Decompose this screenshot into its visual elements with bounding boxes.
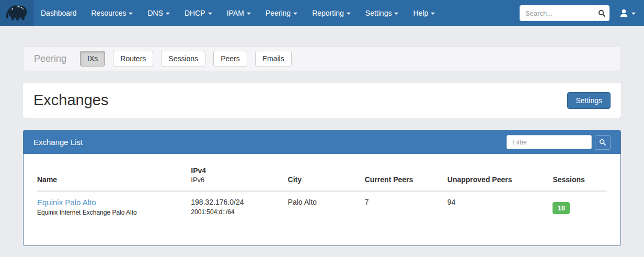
col-ipv4-label: IPv4 [191,166,284,175]
chevron-down-icon [247,13,251,15]
tab-ixs[interactable]: IXs [80,51,105,66]
exchange-full-name: Equinix Internet Exchange Palo Alto [37,209,188,216]
col-ipv6-label: IPv6 [191,176,284,184]
unapproved-peers-value: 94 [447,191,553,221]
col-name: Name [37,159,191,191]
exchange-table: Name IPv4 IPv6 City Current Peers Unappr… [37,159,607,221]
chevron-down-icon [431,13,435,15]
elephant-icon [5,4,29,23]
nav-resources[interactable]: Resources [84,0,141,26]
nav-label: Help [413,9,428,17]
provision-logo[interactable] [0,0,33,26]
table-header-row: Name IPv4 IPv6 City Current Peers Unappr… [37,159,607,191]
nav-label: Settings [365,9,392,17]
page-title: Exchanges [33,92,109,109]
chevron-down-icon [631,13,636,15]
search-icon [599,139,606,146]
user-menu[interactable] [617,8,638,18]
settings-button[interactable]: Settings [567,92,611,109]
nav-settings[interactable]: Settings [358,0,406,26]
chevron-down-icon [394,13,398,15]
tab-emails[interactable]: Emails [255,51,292,66]
exchange-name-link[interactable]: Equinix Palo Alto [37,198,96,207]
ipv6-value: 2001:504:d::/64 [191,208,284,216]
search-input[interactable] [520,5,594,21]
user-icon [619,8,629,18]
global-search [520,5,610,21]
chevron-down-icon [347,13,351,15]
nav-label: IPAM [227,9,244,17]
nav-dns[interactable]: DNS [140,0,177,26]
peering-section-label: Peering [34,53,66,64]
chevron-down-icon [293,13,297,15]
exchange-list-panel: Exchange List Name IPv4 IPv6 [23,130,621,246]
current-peers-value: 7 [365,191,447,221]
exchange-list-body: Name IPv4 IPv6 City Current Peers Unappr… [24,154,620,221]
nav-ipam[interactable]: IPAM [220,0,258,26]
nav-dhcp[interactable]: DHCP [177,0,220,26]
col-ip: IPv4 IPv6 [191,159,288,191]
search-icon [598,9,606,17]
nav-label: Peering [266,9,291,17]
nav-peering[interactable]: Peering [258,0,305,26]
nav-help[interactable]: Help [406,0,442,26]
nav-label: Dashboard [41,9,77,17]
page-header-panel: Exchanges Settings [23,83,621,118]
tab-routers[interactable]: Routers [113,51,153,66]
nav-label: Reporting [312,9,344,17]
chevron-down-icon [208,13,212,15]
panel-title: Exchange List [33,138,83,147]
main-container: Peering IXs Routers Sessions Peers Email… [23,46,621,246]
tab-sessions[interactable]: Sessions [161,51,205,66]
col-unapproved-peers: Unapproved Peers [447,159,553,191]
chevron-down-icon [129,13,133,15]
tab-peers[interactable]: Peers [213,51,247,66]
col-sessions: Sessions [553,159,607,191]
nav-label: DHCP [185,9,205,17]
main-nav: Dashboard Resources DNS DHCP IPAM Peerin… [33,0,442,26]
chevron-down-icon [166,13,170,15]
search-button[interactable] [594,5,610,21]
nav-label: DNS [147,9,163,17]
table-row: Equinix Palo Alto Equinix Internet Excha… [37,191,607,221]
nav-dashboard[interactable]: Dashboard [33,0,84,26]
exchange-list-header: Exchange List [24,130,620,154]
filter-input[interactable] [507,135,592,149]
nav-label: Resources [91,9,126,17]
col-city: City [288,159,365,191]
top-navbar: Dashboard Resources DNS DHCP IPAM Peerin… [0,0,644,26]
peering-subnav: Peering IXs Routers Sessions Peers Email… [23,46,621,71]
nav-reporting[interactable]: Reporting [305,0,358,26]
ipv4-value: 198.32.176.0/24 [191,198,284,206]
filter-search-button[interactable] [595,135,611,150]
sessions-badge[interactable]: 10 [553,202,569,214]
city-value: Palo Alto [288,191,365,221]
col-current-peers: Current Peers [365,159,447,191]
